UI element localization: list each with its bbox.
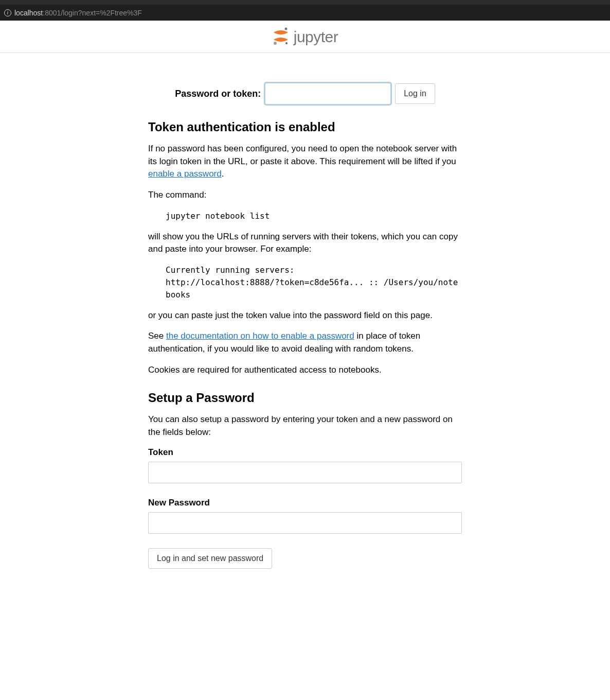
new-password-label: New Password	[148, 498, 462, 508]
url-host: localhost	[14, 9, 43, 17]
paste-token-text: or you can paste just the token value in…	[148, 309, 462, 322]
password-label: Password or token:	[175, 89, 261, 99]
jupyter-logo-text: jupyter	[294, 28, 338, 46]
main-content: Password or token: Log in Token authenti…	[148, 83, 462, 569]
token-input[interactable]	[148, 462, 462, 483]
command-code: jupyter notebook list	[166, 210, 462, 222]
password-input[interactable]	[265, 83, 391, 104]
svg-point-2	[285, 42, 288, 44]
cookies-text: Cookies are required for authenticated a…	[148, 364, 462, 377]
svg-point-1	[274, 42, 277, 45]
example-output-code: Currently running servers: http://localh…	[166, 264, 462, 301]
setup-password-intro: You can also setup a password by enterin…	[148, 413, 462, 439]
see-docs-text: See the documentation on how to enable a…	[148, 330, 462, 355]
jupyter-logo[interactable]: jupyter	[272, 27, 338, 47]
text-fragment: See	[148, 331, 166, 341]
command-explain: will show you the URLs of running server…	[148, 231, 462, 256]
browser-tab-strip	[0, 0, 610, 5]
jupyter-logo-icon	[272, 27, 290, 47]
svg-point-0	[284, 28, 287, 30]
token-intro-text: If no password has been configured, you …	[148, 143, 462, 181]
documentation-link[interactable]: the documentation on how to enable a pas…	[166, 331, 354, 341]
command-intro: The command:	[148, 189, 462, 202]
login-button[interactable]: Log in	[395, 83, 435, 104]
token-field-label: Token	[148, 447, 462, 458]
text-fragment: .	[222, 169, 224, 179]
page-header: jupyter	[0, 21, 610, 53]
new-password-input[interactable]	[148, 512, 462, 534]
token-auth-heading: Token authentication is enabled	[148, 120, 462, 134]
info-icon: i	[4, 9, 11, 16]
login-form: Password or token: Log in	[148, 83, 462, 104]
browser-url-bar[interactable]: i localhost:8001/login?next=%2Ftree%3F	[0, 5, 610, 21]
url-path: :8001/login?next=%2Ftree%3F	[43, 9, 142, 17]
text-fragment: If no password has been configured, you …	[148, 144, 457, 166]
enable-password-link[interactable]: enable a password	[148, 169, 222, 179]
setup-password-heading: Setup a Password	[148, 391, 462, 405]
login-set-password-button[interactable]: Log in and set new password	[148, 548, 272, 569]
